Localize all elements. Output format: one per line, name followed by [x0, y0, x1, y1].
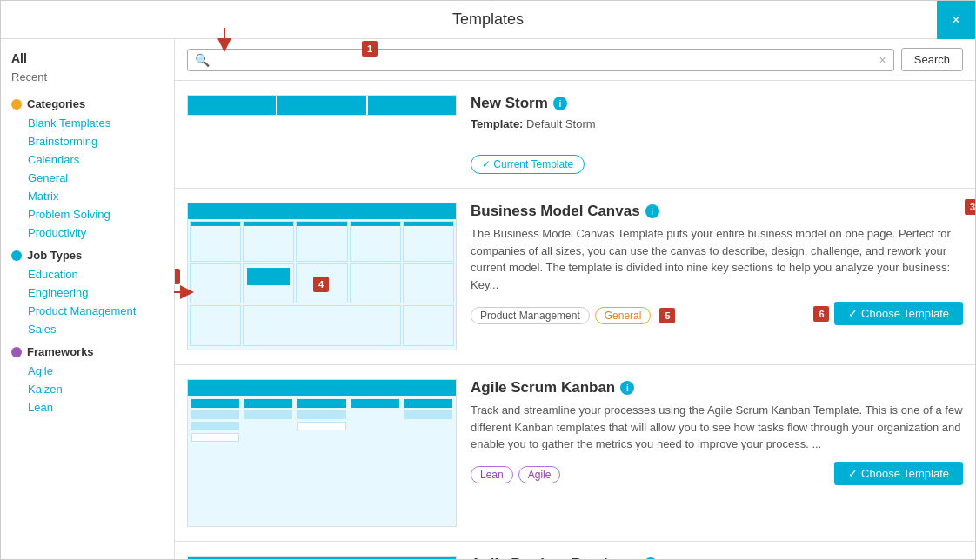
- bmc-c4-bar: [351, 222, 400, 226]
- info-icon-agile-scrum[interactable]: i: [620, 381, 634, 395]
- search-input[interactable]: [215, 53, 879, 66]
- agile-col-2: [243, 397, 294, 524]
- modal-title: Templates: [15, 10, 961, 29]
- sidebar-item-agile[interactable]: Agile: [1, 362, 174, 380]
- template-item-agile-roadmap: Agile Product Roadmap i The Agile Produc…: [175, 542, 975, 559]
- sidebar-recent[interactable]: Recent: [1, 69, 174, 90]
- sidebar-item-calendars[interactable]: Calendars: [1, 150, 174, 169]
- annotation-6: 6: [813, 306, 829, 322]
- job-types-dot: [11, 250, 22, 261]
- sidebar-item-kaizen[interactable]: Kaizen: [1, 380, 174, 398]
- sidebar-item-productivity[interactable]: Productivity: [1, 223, 174, 242]
- current-template-badge: ✓ Current Template: [471, 155, 585, 174]
- bmc-c13: [403, 305, 454, 346]
- sidebar-item-lean[interactable]: Lean: [1, 398, 174, 417]
- tag-lean[interactable]: Lean: [471, 466, 513, 483]
- bmc-h2: [243, 205, 294, 217]
- sidebar-item-matrix[interactable]: Matrix: [1, 187, 174, 205]
- bmc-top-bar: [188, 203, 456, 219]
- agile-top-bar: [188, 380, 456, 396]
- sidebar-item-sales[interactable]: Sales: [1, 320, 174, 338]
- agile-card-8: [297, 410, 345, 419]
- bmc-h5: [403, 205, 454, 217]
- agile-card-12: [404, 410, 452, 419]
- agile-card-9: [297, 422, 345, 430]
- ns-header-row: [188, 96, 456, 115]
- template-tags-bmc: Product Management General 5: [471, 307, 675, 324]
- agile-card-3: [191, 422, 239, 430]
- annotation-4: 4: [313, 277, 329, 292]
- frameworks-dot: [11, 347, 22, 357]
- sidebar-item-engineering[interactable]: Engineering: [1, 283, 174, 302]
- content-area: 1 🔍 × Search: [175, 39, 975, 559]
- sidebar-item-product-management[interactable]: Product Management: [1, 302, 174, 320]
- template-info-agile-roadmap: Agile Product Roadmap i The Agile Produc…: [471, 556, 963, 559]
- bmc-c1: [190, 221, 241, 262]
- sidebar-item-education[interactable]: Education: [1, 265, 174, 283]
- bmc-c3-bar: [297, 222, 346, 226]
- agile-card-10: [351, 399, 399, 408]
- search-button[interactable]: Search: [901, 48, 963, 71]
- bmc-c2-bar: [244, 222, 293, 226]
- sidebar-section-frameworks: Frameworks: [1, 338, 174, 362]
- sidebar-item-brainstorming[interactable]: Brainstorming: [1, 132, 174, 150]
- categories-label: Categories: [27, 97, 85, 110]
- bmc-c1-bar: [191, 222, 240, 226]
- clear-search-icon[interactable]: ×: [879, 53, 886, 67]
- bmc-h3: [296, 205, 347, 217]
- template-info-agile-scrum: Agile Scrum Kanban i Track and streamlin…: [471, 379, 963, 485]
- bmc-c10: [403, 263, 454, 304]
- agile-col-3: [296, 397, 347, 524]
- close-button[interactable]: ×: [937, 1, 975, 39]
- sidebar-item-problem-solving[interactable]: Problem Solving: [1, 205, 174, 223]
- template-info-new-storm: New Storm i Template: Default Storm ✓ Cu…: [471, 95, 963, 174]
- template-name-agile-scrum: Agile Scrum Kanban i: [471, 379, 963, 397]
- tag-general[interactable]: General: [595, 307, 652, 324]
- sidebar-section-categories: Categories: [1, 90, 174, 114]
- agile-col-1: [190, 397, 241, 524]
- agile-card-4: [191, 433, 239, 442]
- choose-template-btn-bmc[interactable]: ✓ Choose Template: [834, 302, 963, 325]
- agile-card-11: [404, 399, 452, 408]
- bmc-c5: [403, 221, 454, 262]
- agile-col-5: [403, 397, 454, 524]
- bmc-h4: [350, 205, 401, 217]
- sidebar-item-blank-templates[interactable]: Blank Templates: [1, 114, 174, 132]
- agile-card-5: [244, 399, 292, 408]
- tag-agile[interactable]: Agile: [518, 466, 561, 483]
- search-input-wrapper: 🔍 ×: [187, 49, 894, 71]
- annotation-5: 5: [659, 308, 675, 323]
- modal-body: All Recent Categories Blank Templates Br…: [1, 39, 975, 559]
- sidebar-section-job-types: Job Types: [1, 242, 174, 265]
- frameworks-label: Frameworks: [27, 345, 94, 358]
- agile-card-6: [244, 410, 292, 419]
- info-icon-bmc[interactable]: i: [645, 204, 659, 218]
- template-info-bmc: 3 Business Model Canvas i The Business M…: [471, 203, 963, 325]
- roadmap-bar: [188, 557, 456, 559]
- bmc-inner-bar: [247, 268, 290, 285]
- sidebar-all[interactable]: All: [1, 48, 174, 69]
- agile-card-1: [191, 399, 239, 408]
- sidebar: All Recent Categories Blank Templates Br…: [1, 39, 175, 559]
- bmc-c3: [296, 221, 347, 262]
- agile-cols: [188, 397, 456, 524]
- ns-header-cell-2: [277, 96, 367, 115]
- template-footer-agile-scrum: Lean Agile ✓ Choose Template: [471, 462, 963, 485]
- templates-modal: Templates × All Recent Categories Blank …: [0, 0, 976, 560]
- agile-roadmap-preview: [187, 556, 457, 559]
- info-icon-agile-roadmap[interactable]: i: [644, 557, 658, 559]
- tag-product-management[interactable]: Product Management: [471, 307, 590, 324]
- search-magnifier-icon: 🔍: [195, 53, 210, 67]
- info-icon-new-storm[interactable]: i: [553, 97, 567, 110]
- bmc-c12: [243, 305, 401, 346]
- bmc-c9: [350, 263, 401, 304]
- templates-list: New Storm i Template: Default Storm ✓ Cu…: [175, 81, 975, 559]
- choose-template-btn-agile-scrum[interactable]: ✓ Choose Template: [834, 462, 963, 485]
- template-desc-bmc: The Business Model Canvas Template puts …: [471, 225, 963, 293]
- annotation-2: 2: [175, 269, 180, 284]
- bmc-c5-bar: [404, 222, 453, 226]
- sidebar-item-general[interactable]: General: [1, 169, 174, 187]
- bmc-c11: [190, 305, 241, 346]
- bmc-c4: [350, 221, 401, 262]
- bmc-h1: [190, 205, 241, 217]
